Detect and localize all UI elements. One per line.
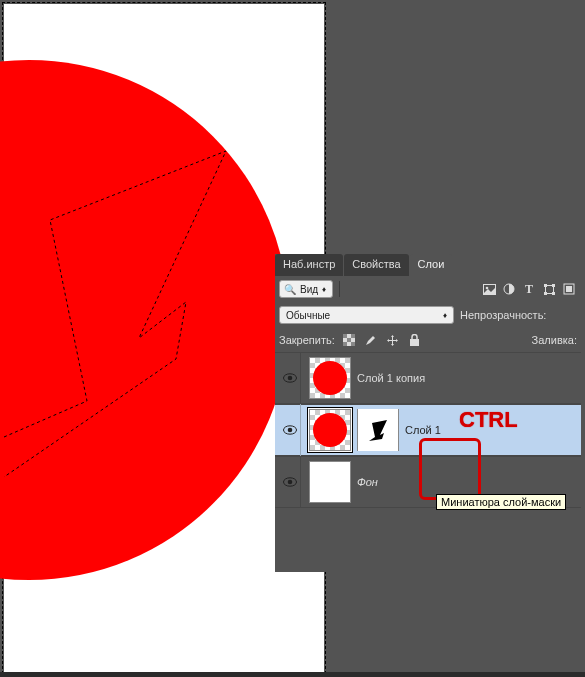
- layer-thumbnail[interactable]: [309, 357, 351, 399]
- frame-bottom: [0, 672, 585, 677]
- svg-point-20: [287, 428, 292, 433]
- visibility-icon[interactable]: [283, 477, 297, 487]
- updown-icon: ♦: [322, 285, 326, 294]
- layer-mask-thumbnail[interactable]: [357, 409, 399, 451]
- svg-rect-6: [544, 292, 547, 295]
- blend-mode-dropdown[interactable]: Обычные ♦: [279, 306, 454, 324]
- svg-point-1: [485, 286, 488, 289]
- layer-name-label: Слой 1: [405, 424, 441, 436]
- blend-bar: Обычные ♦ Непрозрачность:: [275, 302, 581, 328]
- svg-rect-13: [347, 338, 351, 342]
- layers-list: Слой 1 копия Слой 1 Фон: [275, 352, 581, 508]
- lock-brush-icon[interactable]: [363, 332, 379, 348]
- svg-point-18: [287, 376, 292, 381]
- visibility-icon[interactable]: [283, 425, 297, 435]
- layer-thumbnail[interactable]: [309, 409, 351, 451]
- lock-label: Закрепить:: [279, 334, 335, 346]
- filter-image-icon[interactable]: [481, 281, 497, 297]
- svg-rect-4: [544, 284, 547, 287]
- blend-mode-value: Обычные: [286, 310, 330, 321]
- opacity-label: Непрозрачность:: [460, 309, 546, 321]
- tab-properties[interactable]: Свойства: [344, 254, 408, 276]
- fill-label: Заливка:: [532, 334, 577, 346]
- svg-rect-9: [566, 286, 572, 292]
- layer-name-label: Слой 1 копия: [357, 372, 425, 384]
- filter-text-icon[interactable]: T: [521, 281, 537, 297]
- layer-thumbnail[interactable]: [309, 461, 351, 503]
- layer-row[interactable]: Слой 1: [275, 404, 581, 456]
- layer-row[interactable]: Слой 1 копия: [275, 352, 581, 404]
- lock-all-icon[interactable]: [407, 332, 423, 348]
- svg-rect-7: [552, 292, 555, 295]
- svg-rect-11: [343, 334, 347, 338]
- tab-tool-presets[interactable]: Наб.инстр: [275, 254, 343, 276]
- filter-smart-icon[interactable]: [561, 281, 577, 297]
- annotation-ctrl-label: CTRL: [459, 407, 518, 433]
- mask-tooltip: Миниатюра слой-маски: [436, 494, 566, 510]
- layer-filter-dropdown[interactable]: 🔍 Вид ♦: [279, 280, 333, 298]
- filter-view-label: Вид: [300, 284, 318, 295]
- visibility-icon[interactable]: [283, 373, 297, 383]
- svg-rect-14: [343, 342, 347, 346]
- filter-shape-icon[interactable]: [541, 281, 557, 297]
- lock-transparency-icon[interactable]: [341, 332, 357, 348]
- tab-layers[interactable]: Слои: [410, 254, 453, 276]
- layers-panel: Наб.инстр Свойства Слои 🔍 Вид ♦ T Обычны…: [275, 254, 581, 572]
- search-icon: 🔍: [284, 284, 296, 295]
- layer-name-label: Фон: [357, 476, 378, 488]
- divider: [339, 281, 340, 297]
- filter-adjust-icon[interactable]: [501, 281, 517, 297]
- svg-rect-16: [410, 339, 419, 346]
- layers-filter-bar: 🔍 Вид ♦ T: [275, 276, 581, 302]
- svg-point-23: [287, 480, 292, 485]
- panel-tabs: Наб.инстр Свойства Слои: [275, 254, 581, 276]
- svg-rect-15: [351, 342, 355, 346]
- updown-icon: ♦: [443, 311, 447, 320]
- lock-move-icon[interactable]: [385, 332, 401, 348]
- svg-rect-5: [552, 284, 555, 287]
- lock-bar: Закрепить: Заливка:: [275, 328, 581, 352]
- svg-rect-12: [351, 334, 355, 338]
